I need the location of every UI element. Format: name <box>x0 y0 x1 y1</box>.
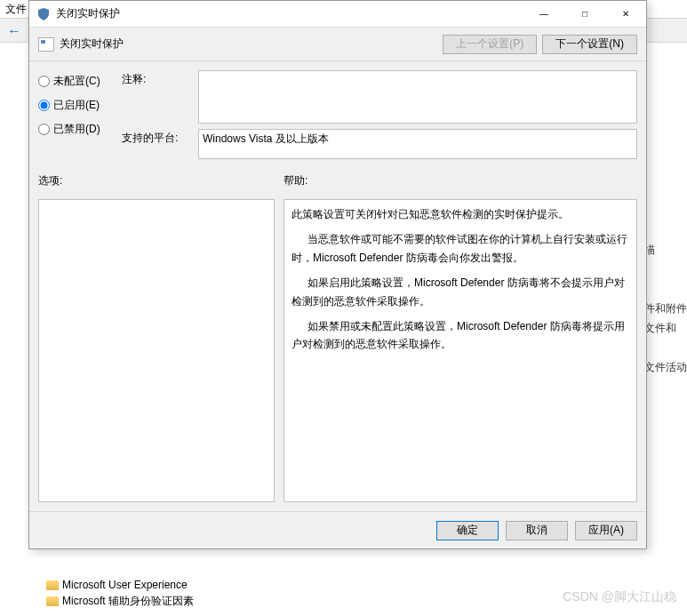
list-item[interactable]: Microsoft User Experience <box>46 577 194 593</box>
help-label: 帮助: <box>284 173 637 188</box>
help-panel: 此策略设置可关闭针对已知恶意软件检测的实时保护提示。 当恶意软件或可能不需要的软… <box>284 199 637 502</box>
platform-label: 支持的平台: <box>122 129 193 146</box>
ok-button[interactable]: 确定 <box>436 521 499 540</box>
folder-icon <box>46 580 59 590</box>
watermark: CSDN @脚大江山稳 <box>563 589 676 605</box>
radio-disabled[interactable]: 已禁用(D) <box>38 122 116 137</box>
close-button[interactable]: ✕ <box>605 1 646 28</box>
dialog-header: 关闭实时保护 上一个设置(P) 下一个设置(N) <box>29 28 646 61</box>
state-radio-group: 未配置(C) 已启用(E) 已禁用(D) <box>38 70 116 146</box>
titlebar[interactable]: 关闭实时保护 — □ ✕ <box>29 1 646 28</box>
dialog-header-title: 关闭实时保护 <box>60 36 437 52</box>
dialog-footer: 确定 取消 应用(A) <box>29 511 646 548</box>
back-arrow-icon[interactable]: ← <box>7 23 21 39</box>
dialog-content: 未配置(C) 已启用(E) 已禁用(D) 注释: 支持的平台: Windows … <box>29 61 646 511</box>
policy-icon <box>38 37 54 52</box>
folder-icon <box>46 596 59 606</box>
background-tree: Microsoft User Experience Microsoft 辅助身份… <box>46 577 194 609</box>
comment-textarea[interactable] <box>198 70 637 124</box>
list-item[interactable]: Microsoft 辅助身份验证因素 <box>46 593 194 609</box>
minimize-button[interactable]: — <box>523 1 564 28</box>
platform-box: Windows Vista 及以上版本 <box>198 129 637 159</box>
maximize-button[interactable]: □ <box>564 1 605 28</box>
file-menu-label[interactable]: 文件 <box>5 2 27 17</box>
next-setting-button[interactable]: 下一个设置(N) <box>542 35 637 54</box>
options-label: 选项: <box>38 173 275 188</box>
apply-button[interactable]: 应用(A) <box>575 521 637 540</box>
policy-dialog: 关闭实时保护 — □ ✕ 关闭实时保护 上一个设置(P) 下一个设置(N) 未配… <box>28 0 647 549</box>
cancel-button[interactable]: 取消 <box>506 521 568 540</box>
shield-icon <box>36 7 51 21</box>
dialog-title: 关闭实时保护 <box>56 6 523 21</box>
prev-setting-button[interactable]: 上一个设置(P) <box>443 35 537 54</box>
radio-enabled[interactable]: 已启用(E) <box>38 98 116 113</box>
comment-label: 注释: <box>122 70 193 87</box>
options-panel <box>38 199 275 502</box>
radio-not-configured[interactable]: 未配置(C) <box>38 74 116 89</box>
